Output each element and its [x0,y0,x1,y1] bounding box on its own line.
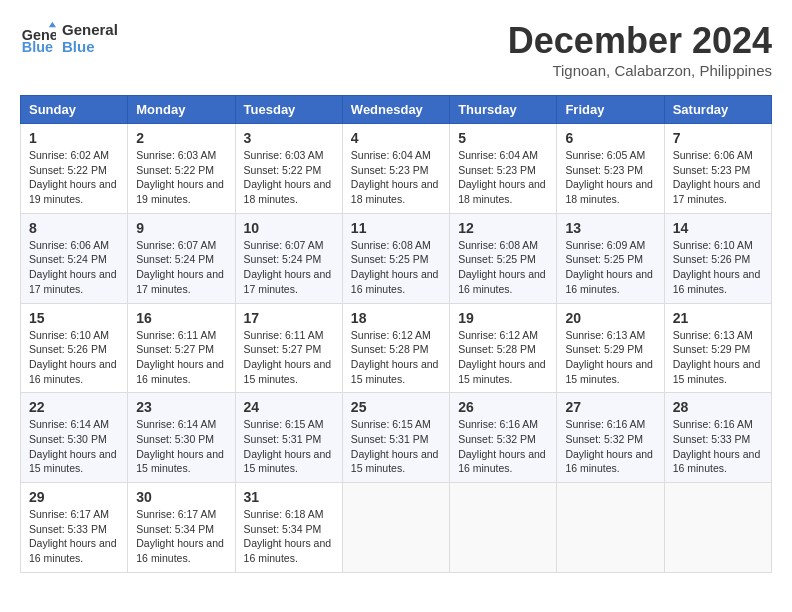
logo-line1: General [62,21,118,38]
logo-icon: General Blue [20,20,56,56]
day-29: 29 Sunrise: 6:17 AMSunset: 5:33 PMDaylig… [21,483,128,573]
day-12: 12 Sunrise: 6:08 AMSunset: 5:25 PMDaylig… [450,213,557,303]
day-6: 6 Sunrise: 6:05 AMSunset: 5:23 PMDayligh… [557,124,664,214]
title-block: December 2024 Tignoan, Calabarzon, Phili… [508,20,772,79]
day-9: 9 Sunrise: 6:07 AMSunset: 5:24 PMDayligh… [128,213,235,303]
empty-cell-4 [664,483,771,573]
day-17: 17 Sunrise: 6:11 AMSunset: 5:27 PMDaylig… [235,303,342,393]
day-25: 25 Sunrise: 6:15 AMSunset: 5:31 PMDaylig… [342,393,449,483]
day-5: 5 Sunrise: 6:04 AMSunset: 5:23 PMDayligh… [450,124,557,214]
header-thursday: Thursday [450,96,557,124]
svg-text:Blue: Blue [22,39,53,55]
empty-cell-2 [450,483,557,573]
empty-cell-3 [557,483,664,573]
day-16: 16 Sunrise: 6:11 AMSunset: 5:27 PMDaylig… [128,303,235,393]
page-header: General Blue General Blue December 2024 … [20,20,772,79]
day-8: 8 Sunrise: 6:06 AMSunset: 5:24 PMDayligh… [21,213,128,303]
logo-line2: Blue [62,38,118,55]
day-4: 4 Sunrise: 6:04 AMSunset: 5:23 PMDayligh… [342,124,449,214]
header-friday: Friday [557,96,664,124]
day-22: 22 Sunrise: 6:14 AMSunset: 5:30 PMDaylig… [21,393,128,483]
week-2: 8 Sunrise: 6:06 AMSunset: 5:24 PMDayligh… [21,213,772,303]
svg-marker-2 [49,22,56,27]
day-31: 31 Sunrise: 6:18 AMSunset: 5:34 PMDaylig… [235,483,342,573]
day-26: 26 Sunrise: 6:16 AMSunset: 5:32 PMDaylig… [450,393,557,483]
week-5: 29 Sunrise: 6:17 AMSunset: 5:33 PMDaylig… [21,483,772,573]
calendar-table: Sunday Monday Tuesday Wednesday Thursday… [20,95,772,573]
day-7: 7 Sunrise: 6:06 AMSunset: 5:23 PMDayligh… [664,124,771,214]
header-wednesday: Wednesday [342,96,449,124]
day-20: 20 Sunrise: 6:13 AMSunset: 5:29 PMDaylig… [557,303,664,393]
week-3: 15 Sunrise: 6:10 AMSunset: 5:26 PMDaylig… [21,303,772,393]
day-15: 15 Sunrise: 6:10 AMSunset: 5:26 PMDaylig… [21,303,128,393]
header-tuesday: Tuesday [235,96,342,124]
calendar-header-row: Sunday Monday Tuesday Wednesday Thursday… [21,96,772,124]
day-3: 3 Sunrise: 6:03 AMSunset: 5:22 PMDayligh… [235,124,342,214]
day-2: 2 Sunrise: 6:03 AMSunset: 5:22 PMDayligh… [128,124,235,214]
day-1: 1 Sunrise: 6:02 AMSunset: 5:22 PMDayligh… [21,124,128,214]
day-24: 24 Sunrise: 6:15 AMSunset: 5:31 PMDaylig… [235,393,342,483]
logo: General Blue General Blue [20,20,118,56]
header-sunday: Sunday [21,96,128,124]
day-30: 30 Sunrise: 6:17 AMSunset: 5:34 PMDaylig… [128,483,235,573]
week-4: 22 Sunrise: 6:14 AMSunset: 5:30 PMDaylig… [21,393,772,483]
location: Tignoan, Calabarzon, Philippines [508,62,772,79]
day-10: 10 Sunrise: 6:07 AMSunset: 5:24 PMDaylig… [235,213,342,303]
day-23: 23 Sunrise: 6:14 AMSunset: 5:30 PMDaylig… [128,393,235,483]
empty-cell-1 [342,483,449,573]
header-saturday: Saturday [664,96,771,124]
header-monday: Monday [128,96,235,124]
day-28: 28 Sunrise: 6:16 AMSunset: 5:33 PMDaylig… [664,393,771,483]
day-27: 27 Sunrise: 6:16 AMSunset: 5:32 PMDaylig… [557,393,664,483]
day-19: 19 Sunrise: 6:12 AMSunset: 5:28 PMDaylig… [450,303,557,393]
day-14: 14 Sunrise: 6:10 AMSunset: 5:26 PMDaylig… [664,213,771,303]
day-13: 13 Sunrise: 6:09 AMSunset: 5:25 PMDaylig… [557,213,664,303]
day-11: 11 Sunrise: 6:08 AMSunset: 5:25 PMDaylig… [342,213,449,303]
month-title: December 2024 [508,20,772,62]
week-1: 1 Sunrise: 6:02 AMSunset: 5:22 PMDayligh… [21,124,772,214]
day-21: 21 Sunrise: 6:13 AMSunset: 5:29 PMDaylig… [664,303,771,393]
day-18: 18 Sunrise: 6:12 AMSunset: 5:28 PMDaylig… [342,303,449,393]
